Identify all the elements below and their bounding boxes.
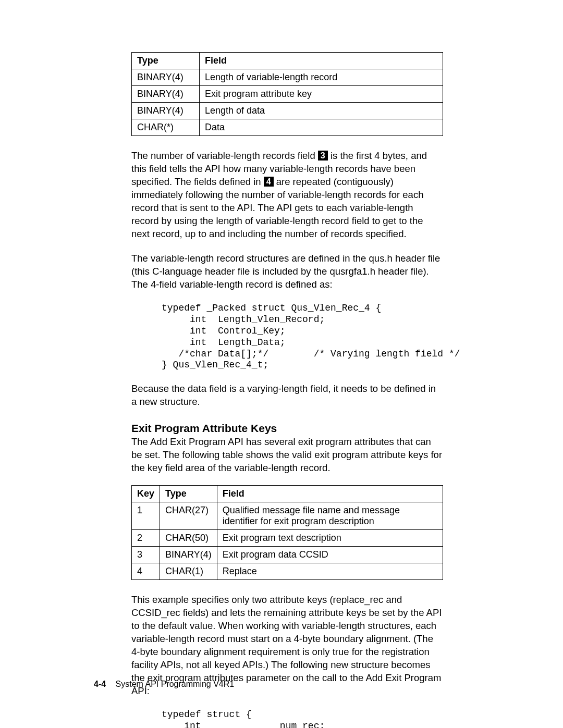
callout-4: 4	[264, 177, 274, 187]
page-footer: 4-4 System API Programming V4R1	[94, 680, 234, 689]
table-header-row: Type Field	[132, 53, 443, 69]
page-content: Type Field BINARY(4) Length of variable-…	[0, 0, 563, 728]
para-varying-field: Because the data field is a varying-leng…	[131, 382, 443, 409]
col-type: Type	[132, 53, 200, 69]
page-number: 4-4	[94, 680, 106, 688]
code-qus-vlen-rec-4: typedef _Packed struct Qus_Vlen_Rec_4 { …	[131, 303, 443, 372]
table-row: BINARY(4) Exit program attribute key	[132, 86, 443, 103]
table-row: 2 CHAR(50) Exit program text description	[132, 530, 443, 547]
para-vlen-explain: The number of variable-length records fi…	[131, 150, 443, 241]
code-attr-struct: typedef struct { int num_rec; Qus_Vlen_R…	[131, 709, 443, 728]
attr-keys-table: Key Type Field 1 CHAR(27) Qualified mess…	[131, 485, 443, 580]
col-key: Key	[132, 486, 160, 502]
col-field: Field	[217, 486, 443, 502]
para-attr-intro: The Add Exit Program API has several exi…	[131, 436, 443, 475]
table-row: 4 CHAR(1) Replace	[132, 563, 443, 580]
table-row: BINARY(4) Length of data	[132, 103, 443, 119]
table-header-row: Key Type Field	[132, 486, 443, 502]
table-row: BINARY(4) Length of variable-length reco…	[132, 69, 443, 86]
heading-attr-keys: Exit Program Attribute Keys	[131, 422, 443, 435]
table-row: 1 CHAR(27) Qualified message file name a…	[132, 502, 443, 530]
table-row: CHAR(*) Data	[132, 119, 443, 136]
callout-3: 3	[318, 151, 328, 161]
col-type: Type	[160, 486, 217, 502]
footer-title: System API Programming V4R1	[116, 680, 235, 688]
vlen-record-table: Type Field BINARY(4) Length of variable-…	[131, 52, 443, 136]
para-struct-defined: The variable-length record structures ar…	[131, 252, 443, 291]
table-row: 3 BINARY(4) Exit program data CCSID	[132, 547, 443, 563]
col-field: Field	[200, 53, 443, 69]
